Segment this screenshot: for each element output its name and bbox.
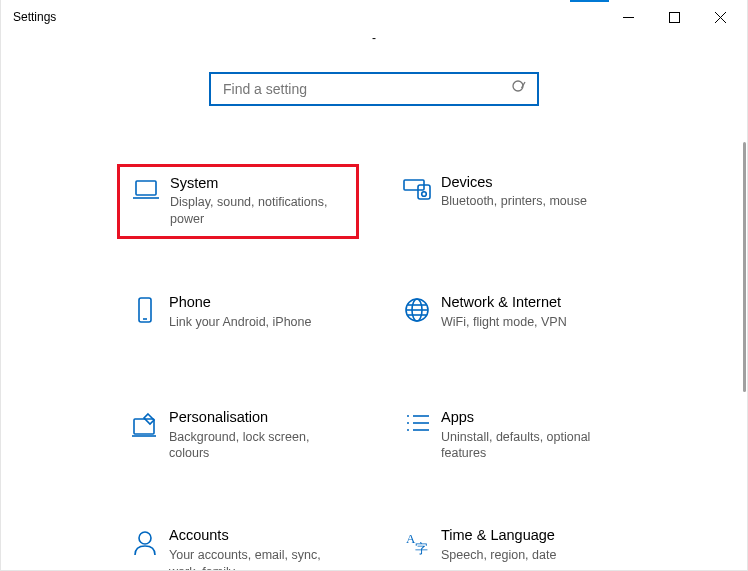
tile-title: Network & Internet	[441, 294, 567, 311]
svg-point-26	[139, 532, 151, 544]
devices-icon	[395, 174, 439, 202]
tile-personalisation[interactable]: Personalisation Background, lock screen,…	[117, 399, 359, 472]
tile-phone[interactable]: Phone Link your Android, iPhone	[117, 284, 359, 354]
tile-desc: Uninstall, defaults, optional features	[441, 429, 621, 463]
content-area: System Display, sound, notifications, po…	[1, 42, 747, 571]
tile-title: System	[170, 175, 348, 192]
tile-desc: Bluetooth, printers, mouse	[441, 193, 587, 210]
maximize-button[interactable]	[651, 0, 697, 34]
settings-grid: System Display, sound, notifications, po…	[1, 164, 747, 571]
tile-title: Time & Language	[441, 527, 556, 544]
window-title: Settings	[13, 10, 56, 24]
tile-title: Personalisation	[169, 409, 349, 426]
tile-apps[interactable]: Apps Uninstall, defaults, optional featu…	[389, 399, 631, 472]
svg-rect-18	[134, 419, 154, 434]
title-bar: Settings	[1, 0, 747, 34]
svg-text:字: 字	[415, 541, 428, 556]
search-input[interactable]	[221, 80, 511, 98]
accent-strip	[570, 0, 609, 2]
search-icon	[511, 79, 527, 99]
tile-title: Accounts	[169, 527, 349, 544]
svg-point-10	[422, 192, 427, 197]
tile-title: Apps	[441, 409, 621, 426]
tile-desc: Speech, region, date	[441, 547, 556, 564]
svg-rect-6	[136, 181, 156, 195]
laptop-icon	[124, 175, 168, 203]
tile-desc: Background, lock screen, colours	[169, 429, 349, 463]
tile-title: Devices	[441, 174, 587, 191]
tile-title: Phone	[169, 294, 311, 311]
tile-desc: Your accounts, email, sync, work, family	[169, 547, 349, 571]
tile-desc: WiFi, flight mode, VPN	[441, 314, 567, 331]
tile-devices[interactable]: Devices Bluetooth, printers, mouse	[389, 164, 631, 239]
apps-icon	[395, 409, 439, 435]
scrollbar-thumb[interactable]	[743, 142, 746, 392]
tile-accounts[interactable]: Accounts Your accounts, email, sync, wor…	[117, 517, 359, 571]
globe-icon	[395, 294, 439, 324]
tile-desc: Link your Android, iPhone	[169, 314, 311, 331]
svg-point-4	[513, 81, 523, 91]
close-button[interactable]	[697, 0, 743, 34]
tile-time-language[interactable]: A字 Time & Language Speech, region, date	[389, 517, 631, 571]
phone-icon	[123, 294, 167, 326]
personalisation-icon	[123, 409, 167, 439]
svg-rect-1	[669, 12, 679, 22]
window-subtitle: -	[1, 34, 747, 42]
scrollbar[interactable]	[736, 142, 746, 568]
tile-desc: Display, sound, notifications, power	[170, 194, 348, 228]
tile-network[interactable]: Network & Internet WiFi, flight mode, VP…	[389, 284, 631, 354]
accounts-icon	[123, 527, 167, 557]
time-language-icon: A字	[395, 527, 439, 557]
minimize-button[interactable]	[605, 0, 651, 34]
search-box[interactable]	[209, 72, 539, 106]
tile-system[interactable]: System Display, sound, notifications, po…	[117, 164, 359, 239]
